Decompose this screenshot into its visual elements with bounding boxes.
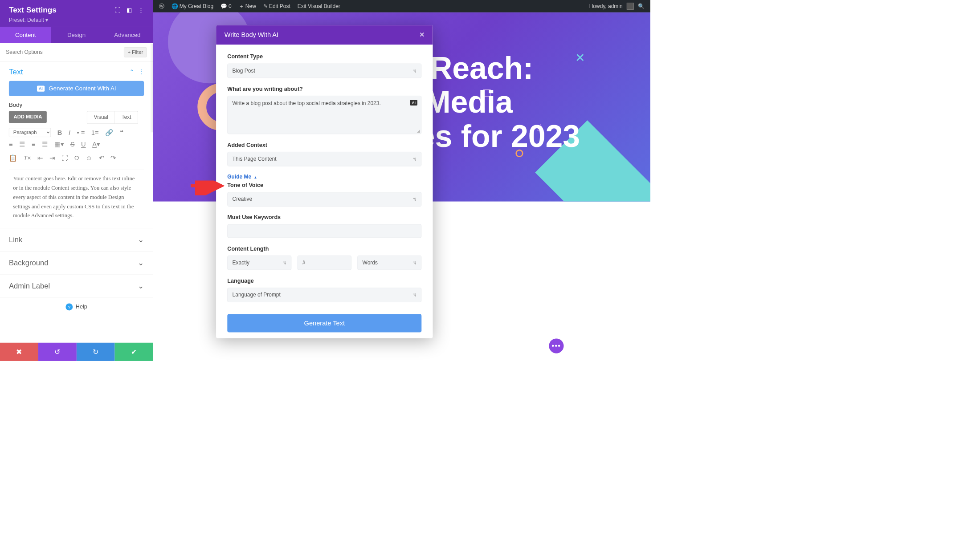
discard-button[interactable]: ✖ <box>0 343 38 361</box>
link-icon[interactable]: 🔗 <box>105 129 113 136</box>
generate-content-ai-button[interactable]: AI Generate Content With AI <box>9 81 144 96</box>
exit-builder-link[interactable]: Exit Visual Builder <box>298 3 340 9</box>
keywords-input[interactable] <box>227 224 421 238</box>
editor-body[interactable]: Your content goes here. Edit or remove t… <box>9 169 144 228</box>
comments-link[interactable]: 💬 0 <box>220 3 232 10</box>
outdent-icon[interactable]: ⇥ <box>49 154 55 162</box>
italic-icon[interactable]: I <box>69 129 70 136</box>
context-select[interactable]: This Page Content⇅ <box>227 152 421 166</box>
about-textarea[interactable]: Write a blog post about the top social m… <box>227 96 421 134</box>
length-label: Content Length <box>227 245 421 252</box>
about-label: What are you writing about? <box>227 85 421 92</box>
tone-select[interactable]: Creative⇅ <box>227 192 421 207</box>
editor-tab-visual[interactable]: Visual <box>87 111 115 124</box>
section-admin-label[interactable]: Admin Label⌄ <box>0 274 153 297</box>
add-media-button[interactable]: ADD MEDIA <box>9 111 47 123</box>
chevron-updown-icon: ⇅ <box>413 69 416 73</box>
format-select[interactable]: Paragraph <box>9 128 51 137</box>
align-justify-icon[interactable]: ☰ <box>42 141 48 148</box>
chevron-updown-icon: ⇅ <box>283 260 286 265</box>
help-link[interactable]: ? Help <box>0 297 153 317</box>
language-select[interactable]: Language of Prompt⇅ <box>227 288 421 302</box>
builder-fab-button[interactable]: ••• <box>549 338 564 353</box>
editor-tab-text[interactable]: Text <box>115 111 138 124</box>
body-label: Body <box>0 101 153 111</box>
help-icon: ? <box>65 304 73 311</box>
length-number-input[interactable] <box>298 256 351 270</box>
ai-modal: Write Body With AI ✕ Content Type Blog P… <box>216 25 433 338</box>
edit-post-link[interactable]: ✎ Edit Post <box>263 3 290 10</box>
caret-up-icon: ▲ <box>253 175 257 179</box>
guide-me-toggle[interactable]: Guide Me ▲ <box>227 174 421 180</box>
chevron-down-icon: ⌄ <box>138 235 144 244</box>
new-link[interactable]: ＋ New <box>239 3 256 10</box>
expand-icon[interactable]: ⛶ <box>114 6 120 13</box>
preset-dropdown[interactable]: Preset: Default ▾ <box>9 17 144 24</box>
length-unit-select[interactable]: Words⇅ <box>357 256 421 270</box>
scrollbar[interactable] <box>150 44 153 132</box>
bullet-list-icon[interactable]: • ≡ <box>77 129 85 136</box>
panel-tabs: Content Design Advanced <box>0 27 153 43</box>
editor-toolbar-3: 📋 T× ⇤ ⇥ ⛶ Ω ☺ ↶ ↷ <box>0 152 153 166</box>
avatar-icon[interactable] <box>627 3 634 10</box>
context-label: Added Context <box>227 142 421 149</box>
align-left-icon[interactable]: ≡ <box>9 141 13 148</box>
tab-content[interactable]: Content <box>0 27 51 43</box>
chevron-up-icon[interactable]: ⌃ <box>130 69 134 75</box>
settings-panel: Text Settings ⛶ ◧ ⋮ Preset: Default ▾ Co… <box>0 0 153 361</box>
search-input[interactable] <box>6 49 90 55</box>
number-list-icon[interactable]: 1≡ <box>91 129 99 136</box>
close-icon[interactable]: ✕ <box>419 31 425 39</box>
resize-handle-icon[interactable]: ◢ <box>417 128 420 133</box>
ai-suggest-icon[interactable]: AI <box>410 100 417 106</box>
content-type-select[interactable]: Blog Post⇅ <box>227 64 421 78</box>
editor-toolbar-2: ≡ ☰ ≡ ☰ ▦▾ S U A▾ <box>0 139 153 153</box>
site-name[interactable]: 🌐 My Great Blog <box>172 3 213 10</box>
bottom-actions: ✖ ↺ ↻ ✔ <box>0 343 153 361</box>
generate-text-button[interactable]: Generate Text <box>227 314 421 332</box>
section-link[interactable]: Link⌄ <box>0 228 153 251</box>
section-text[interactable]: Text <box>9 67 23 77</box>
underline-icon[interactable]: U <box>81 141 86 148</box>
filter-button[interactable]: + Filter <box>124 47 147 57</box>
modal-title: Write Body With AI <box>225 31 278 39</box>
table-icon[interactable]: ▦▾ <box>54 141 64 148</box>
emoji-icon[interactable]: ☺ <box>86 154 92 162</box>
keywords-label: Must Use Keywords <box>227 214 421 221</box>
redo-icon[interactable]: ↷ <box>110 154 116 162</box>
howdy-text[interactable]: Howdy, admin <box>589 3 623 9</box>
clear-format-icon[interactable]: T× <box>23 154 31 162</box>
ai-badge-icon: AI <box>37 85 45 91</box>
length-mode-select[interactable]: Exactly⇅ <box>227 256 291 270</box>
strike-icon[interactable]: S <box>70 141 75 148</box>
chevron-down-icon: ⌄ <box>138 259 144 267</box>
chevron-down-icon: ▾ <box>45 17 48 23</box>
wp-adminbar: ⓦ 🌐 My Great Blog 💬 0 ＋ New ✎ Edit Post … <box>153 0 650 12</box>
undo-icon[interactable]: ↶ <box>99 154 104 162</box>
align-right-icon[interactable]: ≡ <box>32 141 36 148</box>
align-center-icon[interactable]: ☰ <box>19 141 25 148</box>
tone-label: Tone of Voice <box>227 182 421 189</box>
tab-design[interactable]: Design <box>51 27 102 43</box>
editor-toolbar-1: Paragraph B I • ≡ 1≡ 🔗 ❝ <box>0 124 153 139</box>
fullscreen-icon[interactable]: ⛶ <box>61 154 68 162</box>
language-label: Language <box>227 278 421 284</box>
tab-advanced[interactable]: Advanced <box>102 27 153 43</box>
indent-icon[interactable]: ⇤ <box>37 154 43 162</box>
dock-icon[interactable]: ◧ <box>127 6 132 13</box>
save-button[interactable]: ✔ <box>114 343 153 361</box>
panel-title: Text Settings <box>9 5 57 15</box>
undo-button[interactable]: ↺ <box>38 343 77 361</box>
section-background[interactable]: Background⌄ <box>0 251 153 274</box>
paste-icon[interactable]: 📋 <box>9 154 17 162</box>
quote-icon[interactable]: ❝ <box>120 129 123 136</box>
bold-icon[interactable]: B <box>57 129 62 136</box>
redo-button[interactable]: ↻ <box>77 343 115 361</box>
section-more-icon[interactable]: ⋮ <box>139 69 144 75</box>
search-icon[interactable]: 🔍 <box>638 3 645 10</box>
wp-logo-icon[interactable]: ⓦ <box>159 3 164 10</box>
content-type-label: Content Type <box>227 53 421 60</box>
special-char-icon[interactable]: Ω <box>74 154 79 162</box>
text-color-icon[interactable]: A▾ <box>92 141 100 148</box>
more-icon[interactable]: ⋮ <box>138 6 144 13</box>
